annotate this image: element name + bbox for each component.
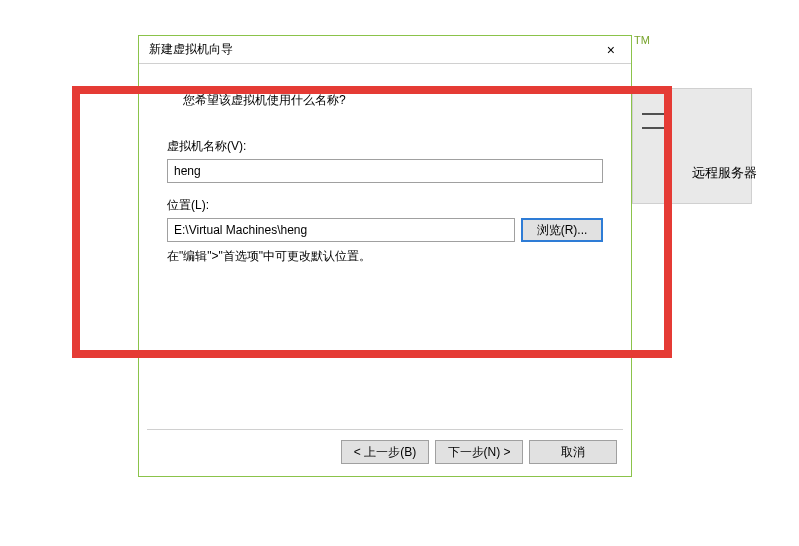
location-hint: 在"编辑">"首选项"中可更改默认位置。 xyxy=(167,248,603,265)
cancel-button[interactable]: 取消 xyxy=(529,440,617,464)
form-area: 虚拟机名称(V): 位置(L): 浏览(R)... 在"编辑">"首选项"中可更… xyxy=(159,120,611,265)
dialog-body: 您希望该虚拟机使用什么名称? 虚拟机名称(V): 位置(L): 浏览(R)...… xyxy=(139,64,631,285)
dialog-subtitle: 您希望该虚拟机使用什么名称? xyxy=(183,92,611,109)
remote-server-label: 远程服务器 xyxy=(692,164,757,182)
location-input[interactable] xyxy=(167,218,515,242)
next-button[interactable]: 下一步(N) > xyxy=(435,440,523,464)
back-button[interactable]: < 上一步(B) xyxy=(341,440,429,464)
location-row: 浏览(R)... xyxy=(167,218,603,242)
dialog-footer: < 上一步(B) 下一步(N) > 取消 xyxy=(341,440,617,464)
dialog-header-area: 您希望该虚拟机使用什么名称? xyxy=(159,74,611,120)
vm-name-label: 虚拟机名称(V): xyxy=(167,138,603,155)
footer-divider xyxy=(147,429,623,430)
new-vm-wizard-dialog: 新建虚拟机向导 × 您希望该虚拟机使用什么名称? 虚拟机名称(V): 位置(L)… xyxy=(138,35,632,477)
trademark-text: TM xyxy=(634,34,650,46)
dialog-titlebar: 新建虚拟机向导 × xyxy=(139,36,631,64)
transfer-arrows-icon xyxy=(640,105,670,145)
browse-button[interactable]: 浏览(R)... xyxy=(521,218,603,242)
location-label: 位置(L): xyxy=(167,197,603,214)
dialog-title: 新建虚拟机向导 xyxy=(149,41,233,58)
close-icon[interactable]: × xyxy=(599,40,623,60)
vm-name-input[interactable] xyxy=(167,159,603,183)
